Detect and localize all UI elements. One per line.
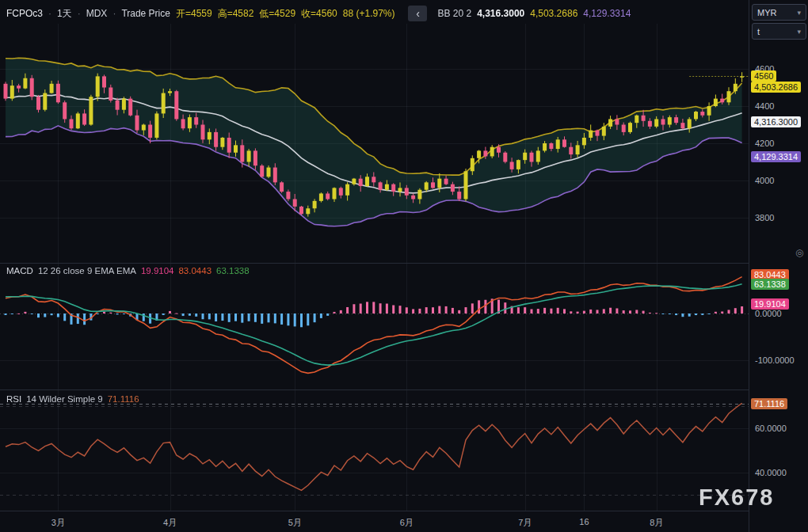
low-value: 低=4529 bbox=[259, 7, 295, 21]
macd-hist-value: 19.9104 bbox=[141, 266, 174, 276]
series-type-label: Trade Price bbox=[121, 8, 170, 19]
macd-axis-badge: 19.9104 bbox=[751, 298, 789, 310]
rsi-axis-tick: 60.0000 bbox=[755, 424, 787, 433]
price-axis-badge: 4,316.3000 bbox=[751, 116, 801, 127]
bb-lower-value: 4,129.3314 bbox=[583, 8, 631, 19]
separator-dot: · bbox=[48, 8, 51, 19]
rsi-axis-badge: 71.1116 bbox=[751, 398, 787, 409]
rsi-value: 71.1116 bbox=[108, 394, 139, 404]
rsi-legend: RSI 14 Wilder Simple 9 71.1116 bbox=[6, 394, 139, 404]
chevron-down-icon: ▾ bbox=[797, 9, 801, 17]
macd-axis-badge: 63.1338 bbox=[751, 279, 789, 290]
macd-axis-tick: -100.0000 bbox=[755, 355, 795, 365]
panel-separator[interactable] bbox=[0, 263, 808, 264]
time-axis-tick: 4月 bbox=[163, 517, 177, 529]
change-value: 88 (+1.97%) bbox=[343, 8, 395, 19]
price-axis-tick: 4400 bbox=[755, 101, 774, 111]
high-value: 高=4582 bbox=[218, 7, 254, 21]
time-axis-tick: 8月 bbox=[650, 517, 663, 529]
rsi-axis-tick: 40.0000 bbox=[755, 468, 787, 477]
price-axis-tick: 4000 bbox=[755, 176, 774, 185]
chevron-left-icon: ‹ bbox=[416, 6, 420, 21]
close-value: 收=4560 bbox=[301, 7, 337, 21]
price-axis-badge: 4,503.2686 bbox=[751, 82, 801, 93]
open-value: 开=4559 bbox=[176, 7, 212, 21]
time-axis-tick: 3月 bbox=[51, 517, 65, 529]
watermark: FX678 bbox=[699, 484, 774, 511]
panel-separator[interactable] bbox=[0, 390, 808, 390]
price-axis[interactable]: MYR ▾ t ▾ ◎ 4600440042004000380045604,50… bbox=[749, 0, 808, 532]
unit-dropdown[interactable]: t ▾ bbox=[752, 23, 806, 40]
time-axis-tick: 16 bbox=[579, 517, 589, 526]
unit-value: t bbox=[757, 27, 760, 36]
separator-dot: · bbox=[78, 8, 81, 19]
chart-legend-toolbar: FCPOc3 · 1天 · MDX · Trade Price 开=4559 高… bbox=[6, 7, 631, 20]
time-axis-tick: 5月 bbox=[288, 517, 302, 529]
symbol-name[interactable]: FCPOc3 bbox=[6, 8, 43, 19]
chevron-down-icon: ▾ bbox=[797, 28, 801, 36]
rsi-indicator-label[interactable]: RSI bbox=[6, 394, 21, 404]
scale-settings-icon[interactable]: ◎ bbox=[795, 247, 803, 258]
bb-indicator-label[interactable]: BB 20 2 bbox=[437, 8, 471, 19]
chart-canvas[interactable] bbox=[0, 0, 749, 511]
macd-line-value: 83.0443 bbox=[178, 266, 212, 276]
price-axis-tick: 4200 bbox=[755, 139, 774, 148]
macd-params: 12 26 close 9 EMA EMA bbox=[38, 266, 136, 276]
separator-dot: · bbox=[112, 8, 116, 19]
currency-value: MYR bbox=[757, 8, 776, 17]
interval-label[interactable]: 1天 bbox=[57, 7, 72, 21]
exchange-label: MDX bbox=[86, 8, 108, 19]
time-axis-tick: 6月 bbox=[400, 517, 414, 529]
bb-basis-value: 4,316.3000 bbox=[477, 8, 524, 19]
macd-signal-value: 63.1338 bbox=[216, 266, 250, 276]
bb-upper-value: 4,503.2686 bbox=[530, 8, 577, 19]
time-axis-tick: 7月 bbox=[518, 517, 532, 529]
price-axis-tick: 3800 bbox=[755, 213, 774, 222]
price-axis-badge: 4560 bbox=[751, 70, 776, 82]
back-chevron-button[interactable]: ‹ bbox=[408, 6, 427, 21]
rsi-params: 14 Wilder Simple 9 bbox=[26, 394, 103, 404]
macd-indicator-label[interactable]: MACD bbox=[6, 266, 33, 276]
macd-legend: MACD 12 26 close 9 EMA EMA 19.9104 83.04… bbox=[6, 266, 250, 276]
time-axis[interactable]: 3月4月5月6月7月168月 bbox=[0, 511, 808, 532]
currency-dropdown[interactable]: MYR ▾ bbox=[752, 4, 806, 21]
price-axis-badge: 4,129.3314 bbox=[751, 151, 801, 162]
macd-axis-tick: 0.0000 bbox=[755, 309, 782, 318]
